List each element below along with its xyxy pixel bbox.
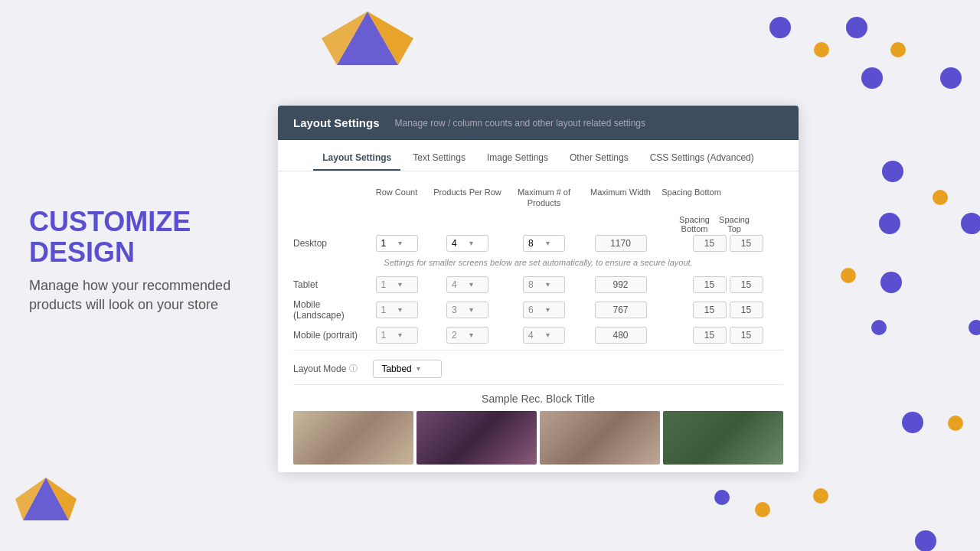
layout-mode-text: Layout Mode — [293, 364, 346, 374]
layout-mode-value: Tabbed — [381, 364, 411, 374]
cell-tablet-row-count: 1 ▾ — [362, 276, 431, 293]
cell-mlscp-spacing — [657, 302, 799, 318]
cell-desktop-max-products: 8 ▾ — [504, 235, 584, 252]
select-mport-products-per-row[interactable]: 2 ▾ — [446, 327, 488, 344]
main-panel: Layout Settings Manage row / column coun… — [278, 106, 799, 472]
dot-15 — [902, 412, 923, 433]
dot-3 — [814, 42, 829, 57]
cell-mlscp-row-count: 1 ▾ — [362, 302, 431, 318]
cell-tablet-max-width — [584, 276, 657, 293]
sample-image-1 — [293, 411, 413, 465]
dot-12 — [880, 272, 902, 293]
logo-bottom-left — [15, 474, 77, 536]
input-mport-max-width[interactable] — [595, 327, 647, 344]
col-header-spacing-top-2: Spacing Top — [716, 215, 753, 233]
cell-mlscp-products-per-row: 3 ▾ — [431, 302, 504, 318]
input-mlscp-spacing-bottom[interactable] — [693, 302, 727, 318]
select-desktop-row-count[interactable]: 1 ▾ — [376, 235, 418, 252]
dot-20 — [915, 530, 936, 551]
col-header-spacing-bottom: Spacing Bottom — [657, 187, 726, 209]
cell-mlscp-max-width — [584, 302, 657, 318]
dot-4 — [890, 42, 906, 57]
dot-5 — [861, 67, 883, 89]
dot-18 — [714, 490, 730, 505]
select-tablet-max-products[interactable]: 8 ▾ — [523, 276, 565, 293]
input-desktop-spacing-bottom[interactable] — [693, 235, 727, 252]
table-row-desktop: Desktop 1 ▾ 4 ▾ 8 ▾ — [293, 235, 783, 252]
cell-desktop-products-per-row: 4 ▾ — [431, 235, 504, 252]
input-desktop-max-width[interactable] — [595, 235, 647, 252]
label-mobile-portrait: Mobile (portrait) — [293, 330, 362, 341]
tab-image-settings[interactable]: Image Settings — [478, 146, 557, 171]
select-tablet-row-count[interactable]: 1 ▾ — [376, 276, 418, 293]
cell-mport-row-count: 1 ▾ — [362, 327, 431, 344]
tab-text-settings[interactable]: Text Settings — [403, 146, 475, 171]
dot-6 — [940, 67, 962, 89]
title-line2: DESIGN — [29, 237, 243, 268]
input-mlscp-max-width[interactable] — [595, 302, 647, 318]
input-tablet-spacing-top[interactable] — [730, 276, 763, 293]
cell-mport-max-width — [584, 327, 657, 344]
sample-image-4 — [663, 411, 783, 465]
dot-19 — [755, 502, 770, 517]
cell-mport-max-products: 4 ▾ — [504, 327, 584, 344]
dot-13 — [871, 320, 887, 335]
select-mport-row-count[interactable]: 1 ▾ — [376, 327, 418, 344]
input-mport-spacing-bottom[interactable] — [693, 327, 727, 344]
layout-mode-section: Layout Mode ⓘ Tabbed ▾ — [293, 350, 783, 384]
input-mport-spacing-top[interactable] — [730, 327, 763, 344]
select-tablet-products-per-row[interactable]: 4 ▾ — [446, 276, 488, 293]
label-desktop: Desktop — [293, 238, 362, 249]
col-header-row-count: Row Count — [362, 187, 431, 209]
col-header-device — [293, 187, 362, 209]
layout-mode-arrow: ▾ — [416, 364, 434, 373]
input-tablet-spacing-bottom[interactable] — [693, 276, 727, 293]
dot-14 — [969, 320, 980, 335]
select-desktop-products-per-row[interactable]: 4 ▾ — [446, 235, 488, 252]
select-mlscp-max-products[interactable]: 6 ▾ — [523, 302, 565, 318]
select-desktop-max-products[interactable]: 8 ▾ — [523, 235, 565, 252]
col-header-spacing-bottom-2: Spacing Bottom — [676, 215, 713, 233]
cell-tablet-max-products: 8 ▾ — [504, 276, 584, 293]
cell-desktop-max-width — [584, 235, 657, 252]
sample-image-2 — [416, 411, 537, 465]
tabs-bar: Layout Settings Text Settings Image Sett… — [278, 140, 799, 171]
dot-8 — [933, 190, 948, 205]
cell-mport-products-per-row: 2 ▾ — [431, 327, 504, 344]
col-header-max-products: Maximum # of Products — [504, 187, 584, 209]
table-row-mobile-landscape: Mobile (Landscape) 1 ▾ 3 ▾ 6 ▾ — [293, 299, 783, 321]
layout-mode-label: Layout Mode ⓘ — [293, 363, 358, 374]
sample-image-3 — [540, 411, 660, 465]
input-desktop-spacing-top[interactable] — [730, 235, 763, 252]
tab-layout-settings[interactable]: Layout Settings — [313, 146, 400, 171]
dot-9 — [879, 213, 900, 234]
panel-title: Layout Settings — [293, 116, 380, 129]
input-tablet-max-width[interactable] — [595, 276, 647, 293]
tab-css-settings[interactable]: CSS Settings (Advanced) — [641, 146, 763, 171]
input-mlscp-spacing-top[interactable] — [730, 302, 763, 318]
col-header-products-per-row: Products Per Row — [431, 187, 504, 209]
select-mlscp-products-per-row[interactable]: 3 ▾ — [446, 302, 488, 318]
table-row-mobile-portrait: Mobile (portrait) 1 ▾ 2 ▾ 4 ▾ — [293, 327, 783, 344]
panel-header: Layout Settings Manage row / column coun… — [278, 106, 799, 140]
cell-desktop-row-count: 1 ▾ — [362, 235, 431, 252]
dot-17 — [813, 488, 828, 504]
cell-desktop-spacing — [657, 235, 799, 252]
select-mport-max-products[interactable]: 4 ▾ — [523, 327, 565, 344]
dot-11 — [841, 268, 856, 283]
table-row-tablet: Tablet 1 ▾ 4 ▾ 8 ▾ — [293, 276, 783, 293]
select-mlscp-row-count[interactable]: 1 ▾ — [376, 302, 418, 318]
cell-tablet-spacing — [657, 276, 799, 293]
settings-body: Row Count Products Per Row Maximum # of … — [278, 171, 799, 472]
label-tablet: Tablet — [293, 279, 362, 290]
column-headers: Row Count Products Per Row Maximum # of … — [293, 187, 783, 209]
panel-subtitle: Manage row / column counts and other lay… — [395, 118, 646, 129]
sample-block: Sample Rec. Block Title — [293, 384, 783, 465]
layout-mode-select[interactable]: Tabbed ▾ — [373, 360, 442, 378]
title-line1: CUSTOMIZE — [29, 207, 243, 237]
sample-block-title: Sample Rec. Block Title — [293, 393, 783, 405]
info-icon: ⓘ — [349, 363, 358, 374]
tab-other-settings[interactable]: Other Settings — [560, 146, 638, 171]
info-message: Settings for smaller screens below are s… — [293, 258, 783, 267]
dot-10 — [961, 213, 980, 234]
